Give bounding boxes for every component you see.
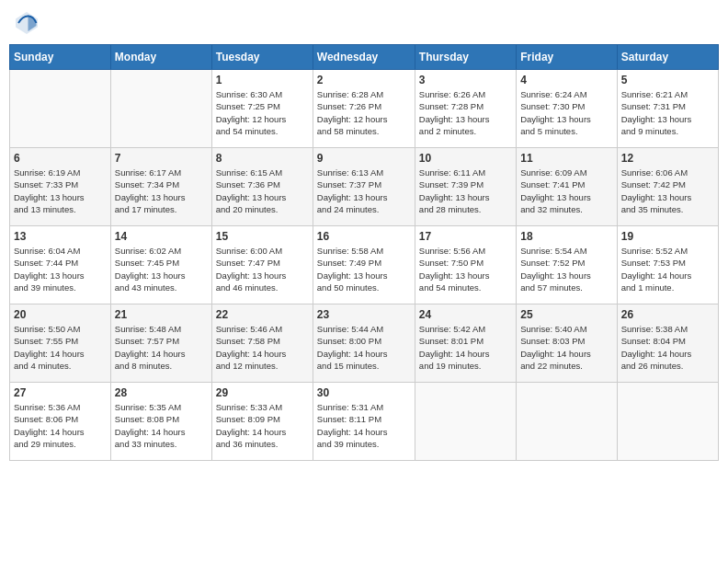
calendar-cell: 14Sunrise: 6:02 AM Sunset: 7:45 PM Dayli… (110, 226, 211, 304)
weekday-header-sunday: Sunday (10, 45, 111, 70)
calendar-cell: 17Sunrise: 5:56 AM Sunset: 7:50 PM Dayli… (415, 226, 516, 304)
day-detail: Sunrise: 6:06 AM Sunset: 7:42 PM Dayligh… (621, 167, 714, 215)
day-number: 8 (216, 152, 309, 165)
day-number: 14 (115, 230, 208, 243)
calendar-cell (517, 383, 617, 461)
calendar-cell: 13Sunrise: 6:04 AM Sunset: 7:44 PM Dayli… (10, 226, 111, 304)
day-number: 9 (317, 152, 411, 165)
day-number: 16 (317, 230, 411, 243)
calendar-week-row: 20Sunrise: 5:50 AM Sunset: 7:55 PM Dayli… (10, 304, 719, 383)
day-detail: Sunrise: 5:36 AM Sunset: 8:06 PM Dayligh… (14, 401, 107, 450)
calendar-cell: 18Sunrise: 5:54 AM Sunset: 7:52 PM Dayli… (517, 226, 617, 304)
day-detail: Sunrise: 5:35 AM Sunset: 8:08 PM Dayligh… (115, 401, 208, 450)
day-detail: Sunrise: 6:30 AM Sunset: 7:25 PM Dayligh… (216, 88, 309, 137)
calendar-cell: 22Sunrise: 5:46 AM Sunset: 7:58 PM Dayli… (211, 304, 313, 383)
calendar-cell: 24Sunrise: 5:42 AM Sunset: 8:01 PM Dayli… (415, 304, 516, 383)
calendar-cell: 4Sunrise: 6:24 AM Sunset: 7:30 PM Daylig… (517, 70, 617, 148)
day-detail: Sunrise: 5:56 AM Sunset: 7:50 PM Dayligh… (419, 245, 512, 293)
day-number: 24 (419, 308, 512, 321)
calendar-cell: 15Sunrise: 6:00 AM Sunset: 7:47 PM Dayli… (211, 226, 313, 304)
day-number: 11 (520, 152, 612, 165)
day-number: 23 (317, 308, 411, 321)
day-number: 27 (14, 386, 107, 399)
calendar-cell (10, 70, 111, 148)
day-detail: Sunrise: 5:52 AM Sunset: 7:53 PM Dayligh… (621, 245, 714, 293)
day-number: 7 (115, 152, 208, 165)
calendar-cell: 9Sunrise: 6:13 AM Sunset: 7:37 PM Daylig… (313, 148, 415, 226)
day-detail: Sunrise: 6:02 AM Sunset: 7:45 PM Dayligh… (115, 245, 208, 293)
calendar-cell: 30Sunrise: 5:31 AM Sunset: 8:11 PM Dayli… (313, 383, 415, 461)
day-detail: Sunrise: 6:28 AM Sunset: 7:26 PM Dayligh… (317, 88, 411, 137)
calendar-cell: 16Sunrise: 5:58 AM Sunset: 7:49 PM Dayli… (313, 226, 415, 304)
calendar-cell (415, 383, 516, 461)
calendar-cell: 3Sunrise: 6:26 AM Sunset: 7:28 PM Daylig… (415, 70, 516, 148)
calendar-week-row: 27Sunrise: 5:36 AM Sunset: 8:06 PM Dayli… (10, 383, 719, 461)
day-detail: Sunrise: 6:09 AM Sunset: 7:41 PM Dayligh… (520, 167, 612, 215)
calendar-cell: 10Sunrise: 6:11 AM Sunset: 7:39 PM Dayli… (415, 148, 516, 226)
day-detail: Sunrise: 6:24 AM Sunset: 7:30 PM Dayligh… (520, 88, 612, 137)
weekday-header-tuesday: Tuesday (211, 45, 313, 70)
day-detail: Sunrise: 5:44 AM Sunset: 8:00 PM Dayligh… (317, 323, 411, 372)
calendar-cell: 11Sunrise: 6:09 AM Sunset: 7:41 PM Dayli… (517, 148, 617, 226)
day-number: 25 (520, 308, 612, 321)
day-detail: Sunrise: 6:11 AM Sunset: 7:39 PM Dayligh… (419, 167, 512, 215)
calendar-cell: 5Sunrise: 6:21 AM Sunset: 7:31 PM Daylig… (617, 70, 718, 148)
day-detail: Sunrise: 6:13 AM Sunset: 7:37 PM Dayligh… (317, 167, 411, 215)
weekday-header-wednesday: Wednesday (313, 45, 415, 70)
calendar-cell (617, 383, 718, 461)
day-detail: Sunrise: 5:48 AM Sunset: 7:57 PM Dayligh… (115, 323, 208, 372)
weekday-header-friday: Friday (517, 45, 617, 70)
day-number: 21 (115, 308, 208, 321)
day-detail: Sunrise: 5:54 AM Sunset: 7:52 PM Dayligh… (520, 245, 612, 293)
calendar-week-row: 6Sunrise: 6:19 AM Sunset: 7:33 PM Daylig… (10, 148, 719, 226)
day-number: 3 (419, 74, 512, 86)
weekday-header-thursday: Thursday (415, 45, 516, 70)
weekday-header-saturday: Saturday (617, 45, 718, 70)
weekday-header-monday: Monday (110, 45, 211, 70)
day-number: 1 (216, 74, 309, 86)
day-number: 19 (621, 230, 714, 243)
day-detail: Sunrise: 5:31 AM Sunset: 8:11 PM Dayligh… (317, 401, 411, 450)
calendar-cell: 7Sunrise: 6:17 AM Sunset: 7:34 PM Daylig… (110, 148, 211, 226)
day-number: 2 (317, 74, 411, 86)
day-number: 28 (115, 386, 208, 399)
calendar-cell: 6Sunrise: 6:19 AM Sunset: 7:33 PM Daylig… (10, 148, 111, 226)
day-number: 13 (14, 230, 107, 243)
calendar-cell: 12Sunrise: 6:06 AM Sunset: 7:42 PM Dayli… (617, 148, 718, 226)
calendar-cell: 1Sunrise: 6:30 AM Sunset: 7:25 PM Daylig… (211, 70, 313, 148)
calendar-week-row: 1Sunrise: 6:30 AM Sunset: 7:25 PM Daylig… (10, 70, 719, 148)
day-detail: Sunrise: 6:00 AM Sunset: 7:47 PM Dayligh… (216, 245, 309, 293)
calendar: SundayMondayTuesdayWednesdayThursdayFrid… (9, 44, 719, 461)
day-number: 4 (520, 74, 612, 86)
calendar-cell: 8Sunrise: 6:15 AM Sunset: 7:36 PM Daylig… (211, 148, 313, 226)
logo-icon (13, 9, 40, 37)
day-number: 15 (216, 230, 309, 243)
calendar-cell: 19Sunrise: 5:52 AM Sunset: 7:53 PM Dayli… (617, 226, 718, 304)
calendar-cell: 23Sunrise: 5:44 AM Sunset: 8:00 PM Dayli… (313, 304, 415, 383)
day-number: 6 (14, 152, 107, 165)
day-detail: Sunrise: 6:04 AM Sunset: 7:44 PM Dayligh… (14, 245, 107, 293)
day-number: 26 (621, 308, 714, 321)
day-number: 17 (419, 230, 512, 243)
day-detail: Sunrise: 6:17 AM Sunset: 7:34 PM Dayligh… (115, 167, 208, 215)
calendar-week-row: 13Sunrise: 6:04 AM Sunset: 7:44 PM Dayli… (10, 226, 719, 304)
day-detail: Sunrise: 5:33 AM Sunset: 8:09 PM Dayligh… (216, 401, 309, 450)
calendar-cell: 25Sunrise: 5:40 AM Sunset: 8:03 PM Dayli… (517, 304, 617, 383)
calendar-cell: 26Sunrise: 5:38 AM Sunset: 8:04 PM Dayli… (617, 304, 718, 383)
calendar-cell: 2Sunrise: 6:28 AM Sunset: 7:26 PM Daylig… (313, 70, 415, 148)
logo (13, 9, 44, 37)
day-number: 30 (317, 386, 411, 399)
day-detail: Sunrise: 6:19 AM Sunset: 7:33 PM Dayligh… (14, 167, 107, 215)
day-detail: Sunrise: 5:46 AM Sunset: 7:58 PM Dayligh… (216, 323, 309, 372)
day-number: 20 (14, 308, 107, 321)
calendar-cell: 27Sunrise: 5:36 AM Sunset: 8:06 PM Dayli… (10, 383, 111, 461)
day-detail: Sunrise: 5:42 AM Sunset: 8:01 PM Dayligh… (419, 323, 512, 372)
day-detail: Sunrise: 6:21 AM Sunset: 7:31 PM Dayligh… (621, 88, 714, 137)
day-detail: Sunrise: 5:38 AM Sunset: 8:04 PM Dayligh… (621, 323, 714, 372)
calendar-cell: 29Sunrise: 5:33 AM Sunset: 8:09 PM Dayli… (211, 383, 313, 461)
day-detail: Sunrise: 5:58 AM Sunset: 7:49 PM Dayligh… (317, 245, 411, 293)
calendar-cell: 21Sunrise: 5:48 AM Sunset: 7:57 PM Dayli… (110, 304, 211, 383)
day-detail: Sunrise: 5:50 AM Sunset: 7:55 PM Dayligh… (14, 323, 107, 372)
day-detail: Sunrise: 5:40 AM Sunset: 8:03 PM Dayligh… (520, 323, 612, 372)
day-number: 5 (621, 74, 714, 86)
